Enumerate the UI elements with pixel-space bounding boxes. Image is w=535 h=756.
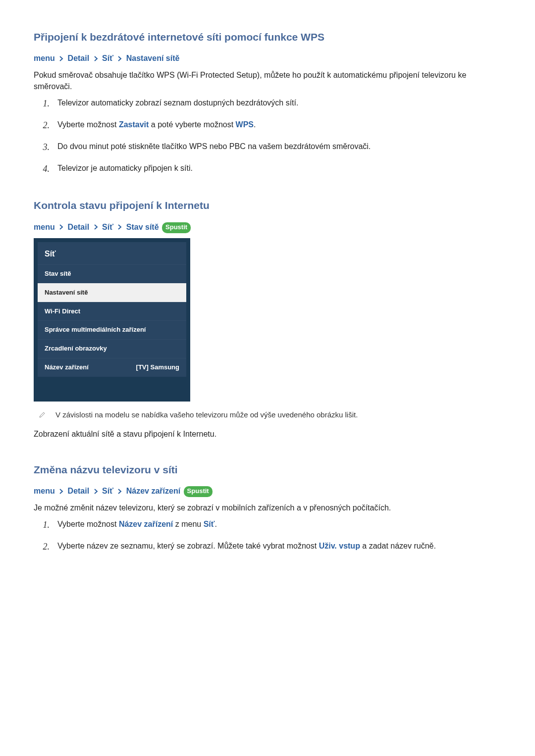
text-part: a zadat název ručně. [360, 542, 436, 550]
crumb: Stav sítě [126, 223, 159, 231]
tv-menu-item-label: Správce multimediálních zařízení [45, 325, 146, 335]
tv-menu-item-label: Nastavení sítě [45, 288, 88, 298]
step-number: 1. [34, 97, 50, 110]
chevron-right-icon [117, 489, 122, 494]
note-text: V závislosti na modelu se nabídka vašeho… [55, 409, 358, 420]
step-number: 4. [34, 162, 50, 175]
step-number: 1. [34, 518, 50, 531]
text-part: . [214, 520, 216, 528]
chevron-right-icon [94, 489, 98, 494]
step-item: 1. Vyberte možnost Název zařízení z menu… [34, 518, 501, 531]
crumb: menu [34, 487, 55, 495]
text-part: Vyberte možnost [57, 120, 119, 129]
crumb: Síť [102, 487, 113, 495]
breadcrumb: menu Detail Síť Stav sítě Spustit [34, 221, 501, 233]
run-button[interactable]: Spustit [162, 222, 191, 233]
crumb: Nastavení sítě [126, 54, 180, 62]
section-status: Kontrola stavu připojení k Internetu men… [34, 198, 501, 439]
keyword: Název zařízení [119, 520, 173, 528]
section-heading: Kontrola stavu připojení k Internetu [34, 198, 501, 213]
step-text: Do dvou minut poté stiskněte tlačítko WP… [57, 141, 501, 152]
tv-menu-item[interactable]: Zrcadlení obrazovky [38, 339, 186, 358]
crumb: Název zařízení [126, 487, 180, 495]
step-number: 3. [34, 141, 50, 153]
text-part: Vyberte možnost [57, 520, 119, 528]
keyword: Síť [204, 520, 215, 528]
tv-menu-item[interactable]: Správce multimediálních zařízení [38, 320, 186, 339]
tv-menu-item-label: Název zařízení [45, 363, 89, 372]
crumb: Detail [68, 487, 90, 495]
step-number: 2. [34, 540, 50, 553]
tv-menu-item[interactable]: Nastavení sítě [38, 283, 186, 302]
chevron-right-icon [94, 224, 98, 230]
text-part: Vyberte název ze seznamu, který se zobra… [57, 542, 319, 550]
steps-list: 1. Vyberte možnost Název zařízení z menu… [34, 518, 501, 553]
section-heading: Připojení k bezdrátové internetové síti … [34, 30, 501, 45]
crumb: Detail [68, 223, 90, 231]
tv-menu-title: Síť [38, 242, 186, 264]
tv-menu-item-label: Stav sítě [45, 269, 71, 279]
crumb: Detail [68, 54, 90, 62]
tv-menu-item-label: Wi-Fi Direct [45, 307, 80, 316]
steps-list: 1. Televizor automaticky zobrazí seznam … [34, 97, 501, 175]
keyword: WPS [236, 120, 254, 129]
note: V závislosti na modelu se nabídka vašeho… [34, 409, 501, 421]
step-text: Vyberte možnost Název zařízení z menu Sí… [57, 518, 501, 530]
chevron-right-icon [59, 56, 63, 61]
tv-menu-item[interactable]: Stav sítě [38, 264, 186, 283]
step-item: 1. Televizor automaticky zobrazí seznam … [34, 97, 501, 110]
step-text: Televizor automaticky zobrazí seznam dos… [57, 97, 501, 108]
step-text: Televizor je automaticky připojen k síti… [57, 162, 501, 174]
tv-menu-item[interactable]: Wi-Fi Direct [38, 302, 186, 321]
tv-menu-item-label: Zrcadlení obrazovky [45, 344, 107, 353]
chevron-right-icon [117, 56, 122, 61]
crumb: Síť [102, 54, 113, 62]
chevron-right-icon [59, 489, 63, 494]
step-number: 2. [34, 119, 50, 132]
step-text: Vyberte název ze seznamu, který se zobra… [57, 540, 501, 552]
crumb: menu [34, 223, 55, 231]
step-item: 4. Televizor je automaticky připojen k s… [34, 162, 501, 175]
text-part: . [254, 120, 256, 129]
crumb: menu [34, 54, 55, 62]
step-item: 2. Vyberte možnost Zastavit a poté vyber… [34, 119, 501, 132]
breadcrumb: menu Detail Síť Název zařízení Spustit [34, 485, 501, 497]
keyword: Zastavit [119, 120, 149, 129]
chevron-right-icon [94, 56, 98, 61]
step-item: 3. Do dvou minut poté stiskněte tlačítko… [34, 141, 501, 153]
text-part: z menu [173, 520, 203, 528]
chevron-right-icon [59, 224, 63, 230]
breadcrumb: menu Detail Síť Nastavení sítě [34, 52, 501, 64]
section-rename: Změna názvu televizoru v síti menu Detai… [34, 462, 501, 554]
body-text: Zobrazení aktuální sítě a stavu připojen… [34, 428, 501, 440]
intro-text: Je možné změnit název televizoru, který … [34, 502, 501, 513]
tv-menu-item[interactable]: Název zařízení [TV] Samsung [38, 358, 186, 377]
keyword: Uživ. vstup [319, 542, 360, 550]
pencil-icon [39, 410, 46, 421]
tv-menu: Síť Stav sítě Nastavení sítě Wi-Fi Direc… [34, 238, 190, 402]
intro-text: Pokud směrovač obsahuje tlačítko WPS (Wi… [34, 69, 501, 92]
chevron-right-icon [117, 224, 122, 230]
section-heading: Změna názvu televizoru v síti [34, 462, 501, 477]
tv-menu-item-value: [TV] Samsung [136, 363, 179, 372]
step-text: Vyberte možnost Zastavit a poté vyberte … [57, 119, 501, 130]
text-part: a poté vyberte možnost [149, 120, 235, 129]
run-button[interactable]: Spustit [184, 486, 213, 497]
section-wps: Připojení k bezdrátové internetové síti … [34, 30, 501, 175]
step-item: 2. Vyberte název ze seznamu, který se zo… [34, 540, 501, 553]
crumb: Síť [102, 223, 113, 231]
